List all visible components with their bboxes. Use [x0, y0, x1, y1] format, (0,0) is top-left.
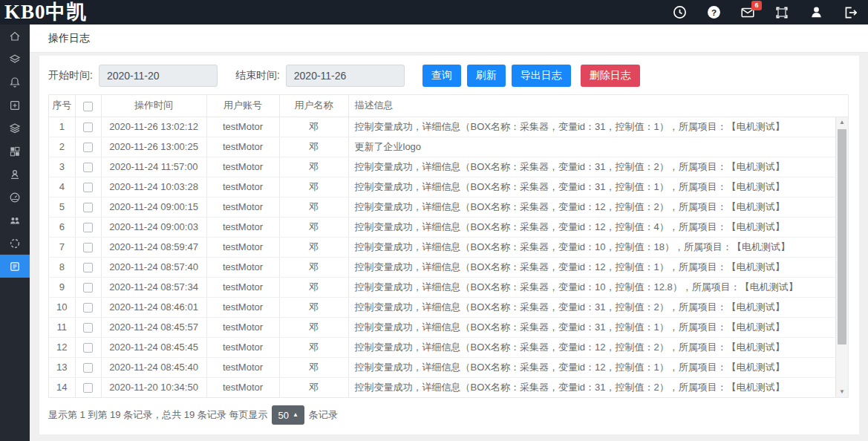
cell-desc: 控制变量成功，详细信息（BOX名称：采集器，变量id：12，控制值：2），所属项… [348, 337, 848, 357]
cell-account: testMotor [206, 157, 279, 177]
row-checkbox[interactable] [83, 203, 93, 212]
table-scrollbar[interactable]: ▲ ▼ [835, 117, 848, 397]
table-row: 102020-11-24 08:46:01testMotor邓控制变量成功，详细… [49, 297, 848, 317]
sidebar-item-sync[interactable] [0, 232, 30, 255]
cell-time: 2020-11-24 09:00:15 [101, 197, 206, 217]
table-row: 92020-11-24 08:57:34testMotor邓控制变量成功，详细信… [49, 277, 848, 297]
sidebar-item-grid[interactable] [0, 140, 30, 163]
sidebar-item-user-pin[interactable] [0, 163, 30, 186]
row-checkbox[interactable] [83, 243, 93, 252]
table-row: 112020-11-24 08:45:57testMotor邓控制变量成功，详细… [49, 317, 848, 337]
scroll-down-icon[interactable]: ▼ [836, 387, 848, 397]
start-time-label: 开始时间: [48, 69, 93, 82]
help-icon[interactable]: ? [706, 5, 721, 20]
cell-name: 邓 [279, 257, 348, 277]
row-checkbox[interactable] [83, 283, 93, 293]
cell-checkbox [75, 217, 101, 237]
query-button[interactable]: 查询 [422, 65, 461, 87]
cell-desc: 控制变量成功，详细信息（BOX名称：采集器，变量id：12，控制值：4），所属项… [348, 217, 848, 237]
cell-account: testMotor [206, 297, 279, 317]
filter-bar: 开始时间: 结束时间: 查询 刷新 导出日志 删除日志 [48, 65, 849, 87]
sidebar-item-home[interactable] [0, 24, 30, 48]
cell-checkbox [75, 117, 101, 137]
sidebar-item-operation-log[interactable] [0, 255, 30, 278]
cell-name: 邓 [279, 157, 348, 177]
main-content: 操作日志 开始时间: 结束时间: 查询 刷新 导出日志 删除日志 [30, 24, 868, 441]
cell-checkbox [75, 237, 101, 257]
pagination-suffix: 条记录 [309, 408, 338, 422]
cell-checkbox [75, 157, 101, 177]
row-checkbox[interactable] [83, 343, 93, 353]
fullscreen-icon[interactable] [774, 5, 789, 20]
table-row: 142020-11-20 10:34:50testMotor邓控制变量成功，详细… [49, 377, 848, 397]
row-checkbox[interactable] [83, 163, 93, 172]
sidebar-item-layers[interactable] [0, 48, 30, 71]
end-time-label: 结束时间: [235, 69, 280, 82]
user-icon[interactable] [809, 5, 823, 20]
table-row: 82020-11-24 08:57:40testMotor邓控制变量成功，详细信… [49, 257, 848, 277]
table-row: 72020-11-24 08:59:47testMotor邓控制变量成功，详细信… [49, 237, 848, 257]
row-checkbox[interactable] [83, 303, 93, 313]
sidebar-item-gauge[interactable] [0, 186, 30, 209]
sidebar-item-bell[interactable] [0, 71, 30, 94]
cell-no: 7 [49, 237, 75, 257]
row-checkbox[interactable] [83, 223, 93, 232]
topbar-icons: ? 6 [672, 5, 858, 20]
cell-account: testMotor [206, 377, 279, 397]
header-select-all [75, 95, 101, 117]
cell-checkbox [75, 197, 101, 217]
start-time-input[interactable] [99, 65, 218, 87]
delete-log-button[interactable]: 删除日志 [581, 65, 640, 87]
row-checkbox[interactable] [83, 122, 93, 132]
cell-desc: 控制变量成功，详细信息（BOX名称：采集器，变量id：31，控制值：2），所属项… [348, 297, 848, 317]
cell-no: 5 [49, 197, 75, 217]
cell-no: 14 [49, 377, 75, 397]
table-row: 22020-11-26 13:00:25testMotor邓更新了企业logo [49, 137, 848, 157]
caret-up-icon: ▲ [293, 412, 298, 418]
row-checkbox[interactable] [83, 183, 93, 192]
logout-icon[interactable] [843, 5, 858, 20]
cell-no: 1 [49, 117, 75, 137]
export-log-button[interactable]: 导出日志 [512, 65, 571, 87]
cell-account: testMotor [206, 277, 279, 297]
sidebar-item-users[interactable] [0, 209, 30, 232]
row-checkbox[interactable] [83, 143, 93, 152]
end-time-input[interactable] [286, 65, 405, 87]
cell-no: 6 [49, 217, 75, 237]
scroll-up-icon[interactable]: ▲ [836, 117, 848, 128]
cell-desc: 控制变量成功，详细信息（BOX名称：采集器，变量id：31，控制值：1），所属项… [348, 117, 848, 137]
header-desc: 描述信息 [348, 95, 848, 117]
cell-account: testMotor [206, 317, 279, 337]
header-name: 用户名称 [279, 95, 348, 117]
page-title: 操作日志 [48, 32, 90, 45]
cell-checkbox [75, 357, 101, 377]
cell-name: 邓 [279, 297, 348, 317]
cell-time: 2020-11-24 08:46:01 [101, 297, 206, 317]
cell-checkbox [75, 377, 101, 397]
sidebar-item-stack[interactable] [0, 117, 30, 140]
header-no: 序号 [49, 95, 75, 117]
cell-name: 邓 [279, 317, 348, 337]
cell-desc: 控制变量成功，详细信息（BOX名称：采集器，变量id：12，控制值：2），所属项… [348, 197, 848, 217]
cell-account: testMotor [206, 197, 279, 217]
select-all-checkbox[interactable] [83, 102, 93, 111]
page-size-dropdown[interactable]: 50 ▲ [272, 405, 304, 425]
row-checkbox[interactable] [83, 323, 93, 333]
clock-icon[interactable] [672, 5, 687, 20]
row-checkbox[interactable] [83, 383, 93, 393]
cell-name: 邓 [279, 217, 348, 237]
cell-no: 11 [49, 317, 75, 337]
refresh-button[interactable]: 刷新 [467, 65, 506, 87]
scrollbar-thumb[interactable] [838, 129, 846, 344]
row-checkbox[interactable] [83, 363, 93, 373]
sidebar-item-box-plus[interactable] [0, 94, 30, 117]
row-checkbox[interactable] [83, 263, 93, 272]
cell-name: 邓 [279, 377, 348, 397]
cell-checkbox [75, 277, 101, 297]
mail-icon[interactable]: 6 [740, 5, 755, 20]
cell-account: testMotor [206, 337, 279, 357]
cell-desc: 控制变量成功，详细信息（BOX名称：采集器，变量id：12，控制值：1），所属项… [348, 257, 848, 277]
sidebar [0, 24, 30, 441]
cell-desc: 控制变量成功，详细信息（BOX名称：采集器，变量id：31，控制值：1），所属项… [348, 317, 848, 337]
cell-name: 邓 [279, 277, 348, 297]
